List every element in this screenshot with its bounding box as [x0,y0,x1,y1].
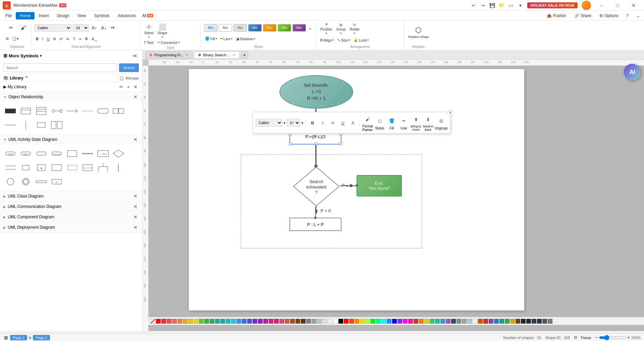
page-list-button[interactable]: ⊞ [3,334,9,341]
sym-obj-10[interactable] [19,119,33,131]
color-swatch-dark-gray[interactable] [537,319,542,324]
menu-design[interactable]: Design [53,12,73,19]
menu-advanced[interactable]: Advanced [114,12,140,19]
color-swatch-alizarin[interactable] [483,319,488,324]
font-size-select[interactable]: 14 [73,24,89,32]
color-swatch-yellow1[interactable] [188,319,193,324]
group-button[interactable]: ⊞ Group ▾ [335,22,347,36]
ft-styles-button[interactable]: ◻ [374,116,385,126]
color-swatch-gray2[interactable] [312,319,316,324]
ft-italic-button[interactable]: I [318,118,327,127]
text-button[interactable]: T Text [143,40,155,45]
ft-font-select[interactable]: Calibri [256,119,282,127]
menu-symbols[interactable]: Symbols [90,12,114,19]
indent-button[interactable]: ⊞ [84,36,89,42]
tab-close-2[interactable]: ✕ [232,53,235,57]
options-button[interactable]: ⚙ Options [597,12,621,19]
color-swatch-nephritis[interactable] [505,319,509,324]
canvas-area[interactable]: Programming Fl... ✕ Binary Search ... ✕ … [143,50,644,331]
color-swatch-magenta[interactable] [403,319,408,324]
handle-br[interactable] [339,143,342,145]
sym-uml-3[interactable] [34,147,48,160]
size-btn[interactable]: ⤡ Size ▾ [336,37,351,43]
menu-home[interactable]: Home [16,12,35,19]
color-swatch-wet-asphalt[interactable] [451,319,456,324]
symbol-group-header-uml-communication[interactable]: ▶ UML Communication Diagram ✕ [0,202,142,212]
tab-binary-search[interactable]: Binary Search ... ✕ [194,51,239,59]
color-swatch-purple2[interactable] [258,319,263,324]
underline-button[interactable]: U [46,36,51,42]
sym-obj-2[interactable] [19,105,33,117]
sym-uml-2[interactable]: state [19,147,33,160]
color-swatch-green3[interactable] [210,319,214,324]
color-swatch-brown-dark[interactable] [516,319,520,324]
ft-size-dropdown[interactable]: ▾ [302,120,303,125]
font-color-button[interactable]: A_ [90,36,98,42]
color-swatch-blue3[interactable] [247,319,252,324]
sym-uml-6[interactable] [80,147,95,160]
my-library-edit-button[interactable]: ✏ [118,83,125,90]
more-button[interactable]: ▾ [517,1,525,9]
color-swatch-old-gold[interactable] [510,319,515,324]
position-button[interactable]: 📍 Position ▾ [319,22,334,36]
share-button[interactable]: 🔗 Share [572,12,594,19]
page-tab[interactable]: Page-1 [10,335,27,340]
color-swatch-purple1[interactable] [253,319,257,324]
group-close-uml-communication[interactable]: ✕ [132,203,139,210]
ft-size-select[interactable]: 14 [287,119,300,127]
search-button[interactable]: Search [119,63,139,72]
redo-button[interactable]: ↪ [479,1,487,9]
color-swatch-pink3[interactable] [274,319,279,324]
menu-file[interactable]: File [1,12,16,19]
color-swatch-lime[interactable] [371,319,375,324]
ft-close-button[interactable]: ✕ [447,110,453,115]
color-swatch-clouds[interactable] [467,319,472,324]
collapse-button[interactable]: ≪ [131,52,139,59]
page-name[interactable]: Page-1 [33,335,50,340]
rotate-button[interactable]: ↻ Rotate ▾ [348,22,361,36]
shadow-button[interactable]: ◪ Shadow ▾ [234,36,257,42]
color-swatch-orange2[interactable] [183,319,187,324]
zoom-in-button[interactable]: + [627,335,630,340]
menu-ai[interactable]: AI hot [140,12,156,19]
help-button[interactable]: ? [624,12,631,19]
zoom-slider[interactable] [599,335,626,340]
shape-p-l-p[interactable]: P : L + P [289,218,341,231]
handle-bl[interactable] [289,143,291,145]
style-shape-5[interactable]: Abc [263,24,276,32]
color-swatch-red4[interactable] [172,319,177,324]
ft-send-to-back-button[interactable]: ⬇ [423,114,433,125]
color-swatch-white[interactable] [333,319,338,324]
group-close-uml-component[interactable]: ✕ [132,214,139,220]
style-shape-2[interactable]: Abc [219,24,232,32]
ft-ungroup-button[interactable]: ⊟ [436,116,446,126]
sym-uml-12[interactable] [50,161,64,174]
color-swatch-amethyst[interactable] [446,319,450,324]
ft-font-dropdown[interactable]: ▾ [284,120,285,125]
color-swatch-dark-blue[interactable] [521,319,526,324]
maximize-button[interactable]: □ [610,0,625,11]
color-swatch-black[interactable] [338,319,343,324]
cut-button[interactable]: ✂ [5,23,17,32]
sym-uml-15[interactable] [96,161,110,174]
ai-floating-button[interactable]: AI [624,64,641,80]
color-swatch-dodger-blue[interactable] [387,319,391,324]
menu-view[interactable]: View [73,12,90,19]
color-swatch-red2[interactable] [161,319,166,324]
sym-obj-5[interactable] [65,105,79,117]
bold-button[interactable]: B [35,36,40,42]
undo-button[interactable]: ↩ [470,1,478,9]
color-swatch-pomegranate[interactable] [414,319,418,324]
copy-format-button[interactable]: 🖌 [17,24,30,32]
symbol-group-header-uml-class[interactable]: ▶ UML Class Diagram ✕ [0,191,142,201]
color-swatch-sunflower[interactable] [424,319,429,324]
style-shape-7[interactable]: Abc [292,24,306,32]
zoom-out-button[interactable]: − [595,335,598,340]
save-button[interactable]: 💾 [488,1,496,9]
sym-uml-11[interactable]: ▣ [34,161,48,174]
color-swatch-red1[interactable] [156,319,161,324]
style-shape-6[interactable]: Abc [278,24,291,32]
color-swatch-carrot[interactable] [419,319,424,324]
color-swatch-yellow2[interactable] [194,319,198,324]
color-swatch-cyan2[interactable] [231,319,236,324]
